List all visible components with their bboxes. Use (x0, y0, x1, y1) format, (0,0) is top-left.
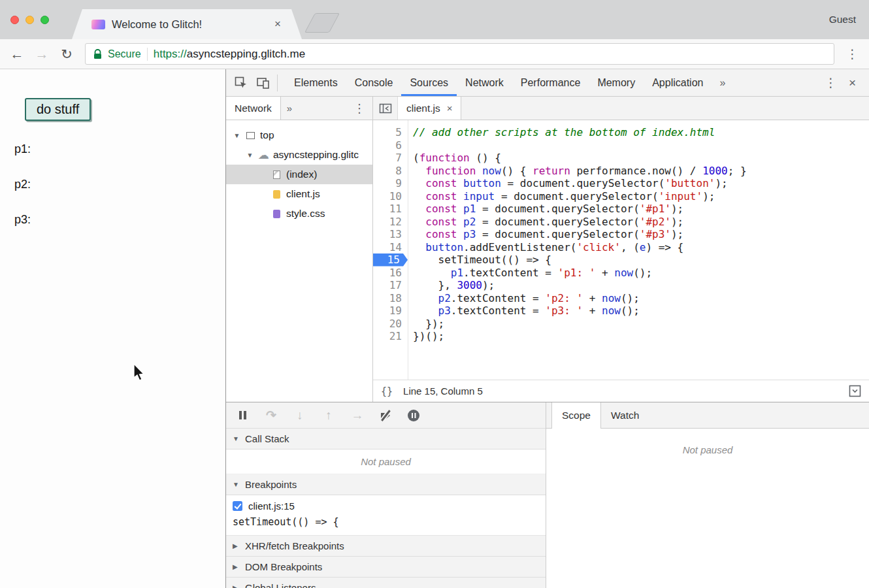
devtools-menu-icon[interactable]: ⋮ (817, 75, 845, 90)
devtools-tab-network[interactable]: Network (457, 69, 512, 96)
code-line[interactable]: const p3 = document.querySelector('#p3')… (413, 228, 869, 241)
code-line[interactable]: const input = document.querySelector('in… (413, 190, 869, 203)
dom-breakpoints-header[interactable]: DOM Breakpoints (226, 557, 546, 578)
collapse-arrow-icon[interactable] (233, 481, 240, 488)
step-into-icon[interactable] (293, 408, 307, 423)
line-number[interactable]: 21 (373, 330, 408, 343)
code-line[interactable]: setTimeout(() => { (413, 253, 869, 267)
tree-item-label: style.css (286, 208, 325, 220)
code-line[interactable]: })(); (413, 330, 869, 343)
browser-tab[interactable]: Welcome to Glitch! × (72, 9, 302, 39)
line-number[interactable]: 8 (373, 165, 408, 178)
expand-arrow-icon[interactable] (233, 584, 240, 588)
code-line[interactable]: p2.textContent = 'p2: ' + now(); (413, 292, 869, 305)
pretty-print-icon[interactable]: {} (381, 385, 393, 397)
breakpoint-entry[interactable]: client.js:15 setTimeout(() => { (226, 495, 546, 536)
line-number[interactable]: 19 (373, 304, 408, 318)
url-text[interactable]: https://asyncstepping.glitch.me (154, 48, 305, 61)
line-number[interactable]: 5 (373, 126, 408, 139)
line-number[interactable]: 7 (373, 152, 408, 165)
expand-arrow-icon[interactable] (233, 563, 240, 570)
tab-watch[interactable]: Watch (601, 402, 649, 428)
code-line[interactable]: const button = document.querySelector('b… (413, 177, 869, 190)
more-tabs-icon[interactable]: » (712, 77, 733, 89)
forward-icon[interactable]: → (31, 46, 52, 62)
devtools-tab-memory[interactable]: Memory (589, 69, 644, 96)
tree-item--index-[interactable]: (index) (226, 165, 372, 184)
line-number[interactable]: 6 (373, 139, 408, 152)
code-line[interactable]: const p2 = document.querySelector('#p2')… (413, 216, 869, 229)
devtools-tab-performance[interactable]: Performance (512, 69, 589, 96)
tree-item-style-css[interactable]: style.css (226, 204, 372, 223)
zoom-window-button[interactable] (41, 16, 49, 24)
line-number[interactable]: 13 (373, 228, 408, 241)
line-number[interactable]: 17 (373, 279, 408, 292)
line-number[interactable]: 11 (373, 203, 408, 216)
breakpoints-header[interactable]: Breakpoints (226, 474, 546, 495)
deactivate-breakpoints-icon[interactable] (379, 408, 393, 423)
inspect-element-icon[interactable] (230, 73, 252, 93)
code-line[interactable]: // add other scripts at the bottom of in… (413, 126, 869, 139)
tab-close-icon[interactable]: × (273, 18, 282, 31)
back-icon[interactable]: ← (7, 46, 27, 62)
tree-item-top[interactable]: ▼top (226, 125, 372, 145)
line-number[interactable]: 16 (373, 267, 408, 280)
xhr-breakpoints-header[interactable]: XHR/fetch Breakpoints (226, 536, 546, 557)
code-line[interactable] (413, 139, 869, 152)
url-bar[interactable]: Secure https://asyncstepping.glitch.me (85, 43, 834, 65)
step-icon[interactable] (350, 408, 365, 423)
line-number[interactable]: 14 (373, 241, 408, 254)
breakpoint-checkbox[interactable] (233, 501, 242, 511)
line-number[interactable]: 9 (373, 177, 408, 190)
global-listeners-header[interactable]: Global Listeners (226, 578, 546, 588)
navigator-tab-network[interactable]: Network (226, 97, 281, 120)
code-line[interactable]: button.addEventListener('click', (e) => … (413, 241, 869, 254)
tree-expand-arrow-icon[interactable]: ▼ (246, 152, 254, 159)
navigator-menu-icon[interactable]: ⋮ (346, 101, 372, 116)
devtools-tab-console[interactable]: Console (346, 69, 402, 96)
line-number[interactable]: 20 (373, 318, 408, 331)
tree-item-client-js[interactable]: client.js (226, 184, 372, 204)
devtools-tab-application[interactable]: Application (644, 69, 712, 96)
browser-menu-icon[interactable]: ⋮ (842, 46, 862, 61)
tree-expand-arrow-icon[interactable]: ▼ (233, 132, 241, 139)
tab-scope[interactable]: Scope (551, 402, 601, 429)
do-stuff-button[interactable]: do stuff (25, 98, 91, 121)
code-editor[interactable]: 56789101112131415161718192021 // add oth… (373, 120, 869, 380)
new-tab-button[interactable] (304, 13, 340, 33)
minimize-window-button[interactable] (25, 16, 34, 24)
code-line[interactable]: const p1 = document.querySelector('#p1')… (413, 203, 869, 216)
toggle-navigator-icon[interactable] (373, 97, 398, 120)
code-line[interactable]: }, 3000); (413, 279, 869, 292)
profile-label[interactable]: Guest (829, 14, 856, 25)
editor-tab-clientjs[interactable]: client.js × (398, 97, 461, 120)
step-out-icon[interactable] (321, 408, 336, 423)
line-number[interactable]: 12 (373, 216, 408, 229)
step-over-icon[interactable] (264, 408, 278, 423)
panel-down-icon[interactable] (849, 385, 861, 397)
devtools-tab-elements[interactable]: Elements (286, 69, 346, 96)
close-window-button[interactable] (10, 16, 19, 24)
tree-item-asyncstepping-glitc[interactable]: ▼☁asyncstepping.glitc (226, 145, 372, 165)
code-line[interactable]: p3.textContent = 'p3: ' + now(); (413, 304, 869, 318)
devtools-tab-sources[interactable]: Sources (401, 69, 457, 96)
toggle-device-toolbar-icon[interactable] (252, 73, 274, 93)
breakpoint-line-number[interactable]: 15 (373, 253, 408, 267)
code-line[interactable]: p1.textContent = 'p1: ' + now(); (413, 267, 869, 280)
expand-arrow-icon[interactable] (233, 542, 240, 549)
reload-icon[interactable]: ↻ (56, 46, 77, 62)
line-number[interactable]: 18 (373, 292, 408, 305)
secure-label[interactable]: Secure (108, 48, 141, 60)
editor-tab-close-icon[interactable]: × (447, 103, 453, 114)
code-line[interactable]: function now() { return performance.now(… (413, 165, 869, 178)
code-line[interactable]: (function () { (413, 152, 869, 165)
call-stack-header[interactable]: Call Stack (226, 429, 546, 449)
line-number[interactable]: 10 (373, 190, 408, 203)
devtools-close-icon[interactable]: × (845, 76, 865, 90)
collapse-arrow-icon[interactable] (233, 435, 240, 442)
pause-icon[interactable] (235, 408, 250, 423)
traffic-lights (10, 16, 49, 24)
navigator-more-tabs-icon[interactable]: » (281, 103, 298, 114)
code-line[interactable]: }); (413, 318, 869, 331)
pause-on-exceptions-icon[interactable] (408, 410, 419, 421)
